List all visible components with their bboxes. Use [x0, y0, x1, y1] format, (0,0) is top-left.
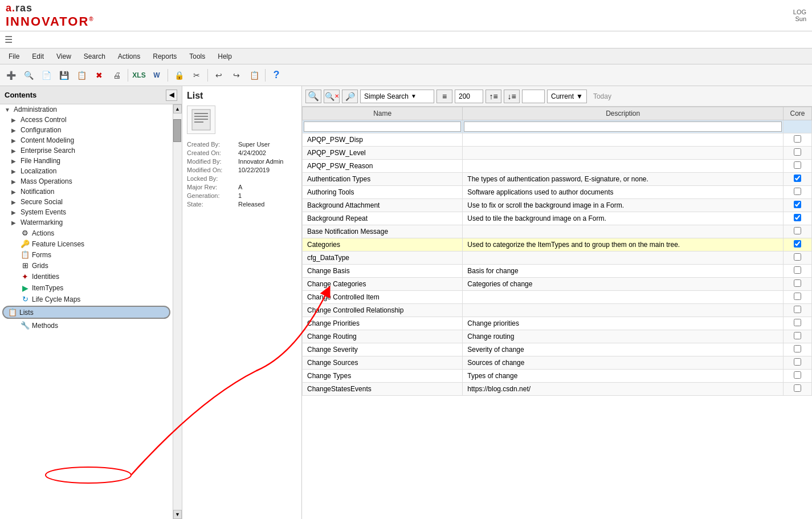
search-btn[interactable]: 🔍 [21, 68, 36, 83]
scroll-thumb[interactable] [173, 119, 181, 142]
core-checkbox[interactable] [794, 214, 801, 221]
sidebar-item-life-cycle-maps[interactable]: ↻ Life Cycle Maps [0, 294, 173, 305]
menu-reports[interactable]: Reports [147, 51, 182, 62]
sidebar-item-system-events[interactable]: ▶ System Events [0, 207, 173, 217]
table-row[interactable]: Authentication TypesThe types of authent… [303, 173, 812, 186]
sidebar-item-localization[interactable]: ▶ Localization [0, 166, 173, 176]
sidebar-collapse-btn[interactable]: ◀ [166, 90, 177, 101]
col-header-core[interactable]: Core [784, 107, 812, 120]
core-checkbox[interactable] [794, 240, 801, 248]
table-row[interactable]: Change CategoriesCategories of change [303, 278, 812, 291]
core-checkbox[interactable] [794, 135, 801, 143]
sidebar-item-grids[interactable]: ⊞ Grids [0, 260, 173, 271]
sidebar-item-configuration[interactable]: ▶ Configuration [0, 125, 173, 135]
cut-btn[interactable]: ✂ [189, 68, 205, 83]
open-btn[interactable]: 📄 [38, 68, 54, 83]
core-checkbox[interactable] [794, 201, 801, 208]
delete-btn[interactable]: ✖ [91, 68, 107, 83]
table-row[interactable]: APQP_PSW_Level [303, 147, 812, 160]
menu-edit[interactable]: Edit [26, 51, 50, 62]
sidebar-item-enterprise-search[interactable]: ▶ Enterprise Search [0, 145, 173, 156]
search-execute-btn[interactable]: 🔍 [305, 90, 321, 103]
menu-file[interactable]: File [3, 51, 25, 62]
menu-tools[interactable]: Tools [183, 51, 211, 62]
table-row[interactable]: Base Notification Message [303, 225, 812, 238]
filter-desc-input[interactable] [464, 121, 782, 132]
search-advanced-btn[interactable]: 🔎 [342, 90, 358, 103]
copy-btn[interactable]: 📋 [74, 68, 89, 83]
sidebar-item-mass-operations[interactable]: ▶ Mass Operations [0, 176, 173, 186]
core-checkbox[interactable] [794, 358, 801, 366]
core-checkbox[interactable] [794, 319, 801, 326]
new-btn[interactable]: ➕ [3, 68, 19, 83]
paste-btn[interactable]: 📋 [246, 68, 262, 83]
results-count[interactable]: 200 [455, 90, 483, 103]
sidebar-item-feature-licenses[interactable]: 🔑 Feature Licenses [0, 238, 173, 249]
core-checkbox[interactable] [794, 293, 801, 300]
menu-help[interactable]: Help [212, 51, 238, 62]
table-row[interactable]: APQP_PSW_Reason [303, 160, 812, 173]
excel-btn[interactable]: XLS [131, 68, 147, 83]
sidebar-item-itemtypes[interactable]: ▶ ItemTypes [0, 282, 173, 294]
sort-asc-btn[interactable]: ↑≡ [485, 90, 501, 103]
sidebar-item-notification[interactable]: ▶ Notification [0, 186, 173, 197]
search-type-dropdown[interactable]: Simple Search ▼ [360, 90, 434, 103]
sidebar-item-watermarking[interactable]: ▶ Watermarking [0, 217, 173, 228]
table-row[interactable]: CategoriesUsed to categorize the ItemTyp… [303, 238, 812, 252]
col-header-name[interactable]: Name [303, 107, 463, 120]
help-btn[interactable]: ? [268, 68, 284, 83]
core-checkbox[interactable] [794, 384, 801, 392]
sort-desc-btn[interactable]: ↓≡ [504, 90, 520, 103]
core-checkbox[interactable] [794, 161, 801, 169]
word-btn[interactable]: W [149, 68, 165, 83]
save-btn[interactable]: 💾 [56, 68, 72, 83]
sidebar-item-secure-social[interactable]: ▶ Secure Social [0, 197, 173, 207]
filter-name-input[interactable] [304, 121, 461, 132]
sidebar-item-access-control[interactable]: ▶ Access Control [0, 115, 173, 125]
table-row[interactable]: Change Controlled Relationship [303, 304, 812, 317]
table-row[interactable]: Background RepeatUsed to tile the backgr… [303, 212, 812, 225]
sidebar-item-content-modeling[interactable]: ▶ Content Modeling [0, 135, 173, 145]
table-row[interactable]: ChangeStatesEventshttps://blog.csdn.net/ [303, 383, 812, 396]
core-checkbox[interactable] [794, 188, 801, 195]
hamburger-button[interactable]: ☰ [5, 34, 13, 45]
core-checkbox[interactable] [794, 306, 801, 313]
sidebar-item-file-handling[interactable]: ▶ File Handling [0, 156, 173, 166]
table-row[interactable]: Change PrioritiesChange priorities [303, 317, 812, 330]
menu-view[interactable]: View [51, 51, 77, 62]
table-row[interactable]: Change RoutingChange routing [303, 330, 812, 343]
table-row[interactable]: APQP_PSW_Disp [303, 133, 812, 147]
view-options-btn[interactable]: ≡ [436, 90, 452, 103]
core-checkbox[interactable] [794, 227, 801, 234]
table-row[interactable]: Change SeveritySeverity of change [303, 343, 812, 356]
scroll-down-btn[interactable]: ▼ [173, 510, 182, 519]
core-checkbox[interactable] [794, 266, 801, 274]
sidebar-item-actions[interactable]: ⚙ Actions [0, 228, 173, 238]
core-checkbox[interactable] [794, 279, 801, 287]
sidebar-item-methods[interactable]: 🔧 Methods [0, 320, 173, 331]
core-checkbox[interactable] [794, 332, 801, 339]
table-row[interactable]: Change Controlled Item [303, 291, 812, 304]
undo-btn[interactable]: ↩ [211, 68, 227, 83]
table-row[interactable]: Change SourcesSources of change [303, 356, 812, 370]
sidebar-item-identities[interactable]: ✦ Identities [0, 271, 173, 282]
sidebar-item-lists[interactable]: 📋 Lists [2, 306, 170, 319]
core-checkbox[interactable] [794, 253, 801, 261]
sidebar-item-administration[interactable]: ▼ Administration [0, 104, 173, 115]
menu-search[interactable]: Search [78, 51, 111, 62]
scroll-up-btn[interactable]: ▲ [173, 104, 182, 113]
table-row[interactable]: Background AttachmentUse to fix or scrol… [303, 199, 812, 212]
version-dropdown[interactable]: Current ▼ [547, 90, 587, 103]
table-row[interactable]: cfg_DataType [303, 252, 812, 265]
menu-actions[interactable]: Actions [112, 51, 146, 62]
lock-btn[interactable]: 🔒 [171, 68, 187, 83]
table-row[interactable]: Change TypesTypes of change [303, 370, 812, 383]
redo-btn[interactable]: ↪ [228, 68, 244, 83]
core-checkbox[interactable] [794, 175, 801, 182]
print-btn[interactable]: 🖨 [109, 68, 125, 83]
today-btn[interactable]: Today [589, 90, 615, 103]
core-checkbox[interactable] [794, 345, 801, 352]
table-row[interactable]: Change BasisBasis for change [303, 265, 812, 278]
table-row[interactable]: Authoring ToolsSoftware applications use… [303, 186, 812, 199]
col-header-description[interactable]: Description [463, 107, 784, 120]
